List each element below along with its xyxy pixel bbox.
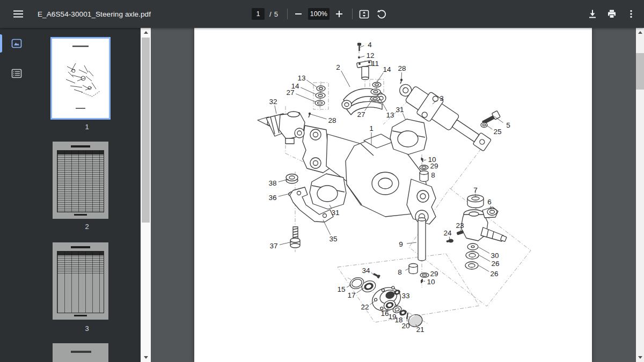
leader-line-26 <box>479 255 490 261</box>
sidebar-scrollbar-thumb[interactable] <box>142 38 150 223</box>
callout-13: 13 <box>297 74 305 82</box>
main-scrollbar-thumb[interactable] <box>636 53 644 90</box>
callout-13: 13 <box>386 111 394 119</box>
callout-14: 14 <box>383 65 391 73</box>
minus-icon <box>295 10 302 18</box>
callout-29: 29 <box>430 270 438 278</box>
thumbnails-view-button[interactable] <box>9 36 24 51</box>
print-icon <box>607 9 617 19</box>
callout-26: 26 <box>490 270 498 278</box>
fit-to-page-icon <box>359 9 369 19</box>
main-scroll-up-button[interactable] <box>636 28 644 37</box>
zoom-out-button[interactable] <box>291 6 306 21</box>
callout-34: 34 <box>362 267 370 275</box>
callout-7: 7 <box>473 186 478 194</box>
callout-31: 31 <box>331 209 339 217</box>
fit-to-page-button[interactable] <box>357 6 372 21</box>
leader-line-27 <box>296 94 316 102</box>
thumbnail-2-label: 2 <box>33 223 141 231</box>
leader-line-28 <box>311 114 326 119</box>
thumbnail-panel: 1 2 3 <box>33 28 141 362</box>
leader-line-4 <box>360 46 364 47</box>
callout-28: 28 <box>398 64 406 72</box>
menu-button[interactable] <box>11 6 26 21</box>
exploded-parts-diagram: 4121121428131427332271331285251102983873… <box>194 28 592 362</box>
triangle-up-icon <box>144 31 148 34</box>
part-bushing-left <box>310 174 346 209</box>
page-count: 5 <box>274 10 278 18</box>
part-bolt-5-nut-25 <box>481 110 500 127</box>
print-button[interactable] <box>604 6 619 21</box>
callout-32: 32 <box>269 98 277 106</box>
sidebar-scroll-down-button[interactable] <box>141 353 151 362</box>
callout-9: 9 <box>399 240 403 248</box>
thumbnail-3-footer-bar <box>74 315 87 316</box>
thumbnail-page-4[interactable] <box>53 343 108 362</box>
plus-icon <box>335 10 343 18</box>
pdf-page-1: 4121121428131427332271331285251102983873… <box>194 28 592 362</box>
callout-38: 38 <box>268 179 276 187</box>
active-tab-indicator <box>0 34 2 53</box>
toolbar-divider <box>352 9 353 19</box>
part-bushing-right <box>390 119 427 154</box>
leader-line-14 <box>377 72 383 83</box>
sidebar-nav-rail <box>0 28 33 362</box>
thumbnail-3-label: 3 <box>33 324 141 333</box>
leader-line-35 <box>323 220 331 235</box>
leader-line-26 <box>479 265 489 271</box>
main-scrollbar[interactable] <box>636 28 644 362</box>
callout-3: 3 <box>440 94 444 102</box>
thumbnail-page-3[interactable] <box>53 242 108 320</box>
leader-line-36 <box>279 194 290 196</box>
leader-line-2 <box>341 71 350 87</box>
callout-15: 15 <box>337 285 345 293</box>
document-title: E_A6S54-30001_Steering axle.pdf <box>38 10 151 18</box>
thumbnail-3-table <box>57 251 104 313</box>
callout-31: 31 <box>396 106 404 114</box>
more-options-button[interactable] <box>624 6 639 21</box>
zoom-level-input[interactable] <box>308 8 330 20</box>
pdf-toolbar: E_A6S54-30001_Steering axle.pdf / 5 <box>0 0 644 28</box>
thumbnail-3-title-bar <box>71 246 90 248</box>
sidebar-scroll-up-button[interactable] <box>141 28 151 37</box>
callout-27: 27 <box>357 110 365 119</box>
callout-17: 17 <box>347 291 355 299</box>
callout-26: 26 <box>491 260 499 268</box>
page-number-input[interactable] <box>252 8 265 20</box>
thumbnail-page-1[interactable] <box>50 37 111 120</box>
more-vertical-icon <box>626 9 636 19</box>
callout-5: 5 <box>506 121 510 129</box>
callout-29: 29 <box>430 162 438 170</box>
thumbnails-icon <box>11 38 22 49</box>
leader-line-10 <box>423 160 426 160</box>
rotate-button[interactable] <box>374 6 389 21</box>
triangle-up-icon <box>638 31 642 34</box>
leader-line-29 <box>429 275 429 275</box>
rotate-ccw-icon <box>376 9 386 19</box>
thumbnail-2-table <box>57 150 104 212</box>
part-left-knuckle <box>258 112 305 144</box>
part-hub-group <box>348 272 424 329</box>
download-button[interactable] <box>585 6 600 21</box>
hamburger-icon <box>13 9 23 19</box>
thumbnail-page-2[interactable] <box>53 142 108 219</box>
callout-37: 37 <box>269 242 277 250</box>
callout-11: 11 <box>371 60 379 68</box>
pdf-viewer-area: 4121121428131427332271331285251102983873… <box>151 28 636 362</box>
callout-8: 8 <box>431 171 435 179</box>
page-separator: / <box>269 10 272 18</box>
callout-30: 30 <box>491 252 499 260</box>
document-outline-button[interactable] <box>9 66 24 81</box>
callout-22: 22 <box>361 303 369 311</box>
leader-line-13 <box>306 80 317 87</box>
leader-line-12 <box>360 56 364 57</box>
main-scroll-down-button[interactable] <box>636 353 644 362</box>
sidebar-scrollbar[interactable] <box>141 28 151 362</box>
zoom-in-button[interactable] <box>332 6 347 21</box>
thumbnail-4-text-line <box>71 351 91 353</box>
callout-28: 28 <box>328 116 336 124</box>
callout-12: 12 <box>366 51 374 60</box>
callout-25: 25 <box>493 128 501 136</box>
callout-2: 2 <box>336 63 340 71</box>
callout-27: 27 <box>286 88 294 97</box>
